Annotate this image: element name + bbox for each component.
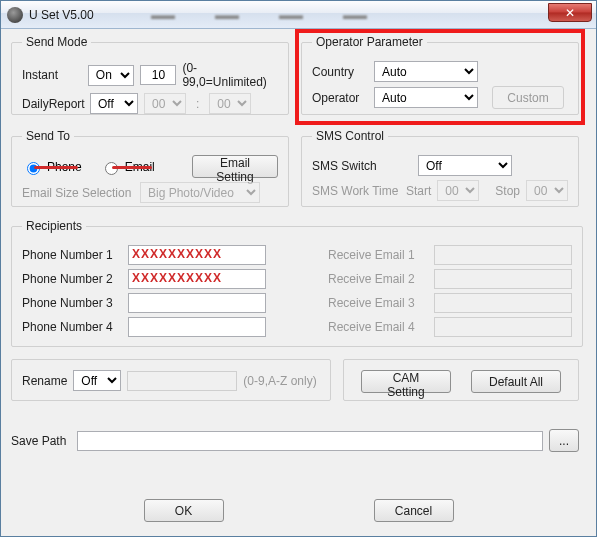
phone1-label: Phone Number 1 — [22, 248, 122, 262]
phone1-mask: XXXXXXXXXX — [132, 247, 222, 261]
email-size-select: Big Photo/Video — [140, 182, 260, 203]
phone4-input[interactable] — [128, 317, 266, 337]
operator-legend: Operator Parameter — [312, 35, 427, 49]
dailyreport-label: DailyReport — [22, 97, 84, 111]
recipients-group: Recipients Phone Number 1 XXXXXXXXXX Rec… — [11, 219, 583, 347]
ok-button[interactable]: OK — [144, 499, 224, 522]
sms-stop-label: Stop — [495, 184, 520, 198]
close-button[interactable]: ✕ — [548, 3, 592, 22]
country-label: Country — [312, 65, 368, 79]
rename-label: Rename — [22, 374, 67, 388]
sms-switch-label: SMS Switch — [312, 159, 412, 173]
email3-input — [434, 293, 572, 313]
email1-label: Receive Email 1 — [328, 248, 428, 262]
sms-switch-select[interactable]: Off — [418, 155, 512, 176]
phone2-label: Phone Number 2 — [22, 272, 122, 286]
titlebar: U Set V5.00 ▬▬▬▬▬▬▬▬ ✕ — [1, 1, 596, 29]
dailyreport-mode-select[interactable]: Off — [90, 93, 138, 114]
cancel-button[interactable]: Cancel — [374, 499, 454, 522]
send-to-legend: Send To — [22, 129, 74, 143]
browse-button[interactable]: ... — [549, 429, 579, 452]
rename-mode-select[interactable]: Off — [73, 370, 121, 391]
instant-mode-select[interactable]: On — [88, 65, 135, 86]
save-path-input[interactable] — [77, 431, 543, 451]
instant-count-input[interactable] — [140, 65, 176, 85]
email4-input — [434, 317, 572, 337]
recipients-legend: Recipients — [22, 219, 86, 233]
sms-group: SMS Control SMS Switch Off SMS Work Time… — [301, 129, 579, 207]
email1-input — [434, 245, 572, 265]
email2-input — [434, 269, 572, 289]
email2-label: Receive Email 2 — [328, 272, 428, 286]
time-colon: : — [192, 97, 203, 111]
sms-start-label: Start — [406, 184, 431, 198]
email4-label: Receive Email 4 — [328, 320, 428, 334]
sms-worktime-label: SMS Work Time — [312, 184, 400, 198]
save-path-row: Save Path ... — [11, 429, 579, 452]
instant-label: Instant — [22, 68, 82, 82]
phone3-input[interactable] — [128, 293, 266, 313]
dailyreport-hour-select: 00 — [144, 93, 186, 114]
custom-button: Custom — [492, 86, 564, 109]
window-title: U Set V5.00 — [29, 8, 94, 22]
close-icon: ✕ — [565, 6, 575, 20]
window: U Set V5.00 ▬▬▬▬▬▬▬▬ ✕ Send Mode Instant… — [0, 0, 597, 537]
titlebar-background-text: ▬▬▬▬▬▬▬▬ — [131, 1, 541, 28]
default-all-button[interactable]: Default All — [471, 370, 561, 393]
cam-default-group: CAM Setting Default All — [343, 359, 579, 401]
instant-hint: (0-99,0=Unlimited) — [182, 61, 278, 89]
footer-buttons: OK Cancel — [1, 499, 596, 522]
save-path-label: Save Path — [11, 434, 71, 448]
email-underline — [112, 166, 152, 169]
dailyreport-minute-select: 00 — [209, 93, 251, 114]
rename-group: Rename Off (0-9,A-Z only) — [11, 359, 331, 401]
phone3-label: Phone Number 3 — [22, 296, 122, 310]
client-area: Send Mode Instant On (0-99,0=Unlimited) … — [1, 29, 596, 536]
phone4-label: Phone Number 4 — [22, 320, 122, 334]
country-select[interactable]: Auto — [374, 61, 478, 82]
phone-underline — [34, 166, 78, 169]
rename-input — [127, 371, 237, 391]
operator-select[interactable]: Auto — [374, 87, 478, 108]
send-mode-group: Send Mode Instant On (0-99,0=Unlimited) … — [11, 35, 289, 115]
operator-group: Operator Parameter Country Auto Operator… — [301, 35, 579, 115]
sms-start-select: 00 — [437, 180, 479, 201]
sms-stop-select: 00 — [526, 180, 568, 201]
sms-legend: SMS Control — [312, 129, 388, 143]
app-icon — [7, 7, 23, 23]
phone2-mask: XXXXXXXXXX — [132, 271, 222, 285]
email3-label: Receive Email 3 — [328, 296, 428, 310]
rename-hint: (0-9,A-Z only) — [243, 374, 316, 388]
send-mode-legend: Send Mode — [22, 35, 91, 49]
operator-label: Operator — [312, 91, 368, 105]
cam-setting-button[interactable]: CAM Setting — [361, 370, 451, 393]
email-setting-button[interactable]: Email Setting — [192, 155, 278, 178]
email-size-label: Email Size Selection — [22, 186, 134, 200]
